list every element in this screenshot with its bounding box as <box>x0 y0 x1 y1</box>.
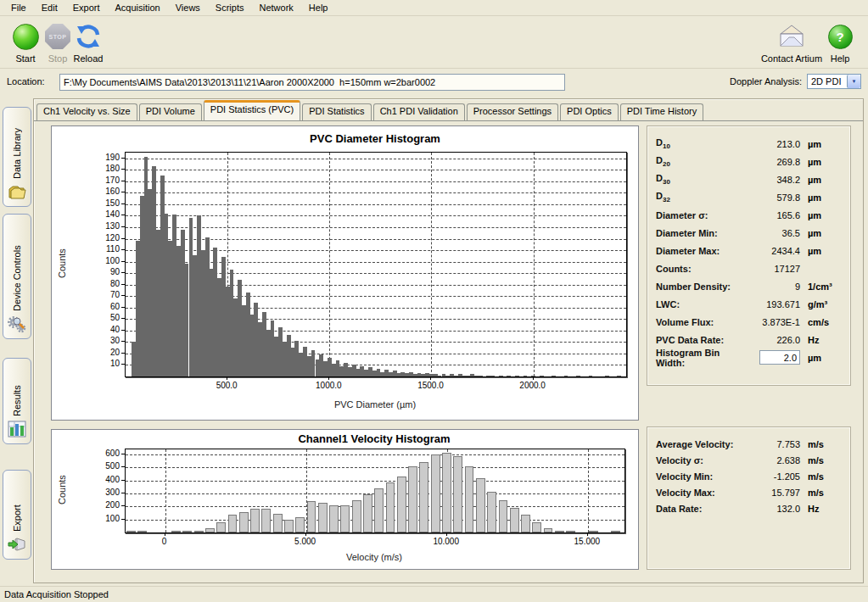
axis-tick-label: 140 <box>105 209 120 219</box>
gridline <box>329 153 330 376</box>
tab-ch1-velocity-vs-size[interactable]: Ch1 Velocity vs. Size <box>36 103 137 120</box>
histogram-bar <box>544 528 553 532</box>
menu-item-scripts[interactable]: Scripts <box>208 0 252 16</box>
tick-mark <box>121 272 125 273</box>
doppler-analysis-combo[interactable]: 2D PDI ▼ <box>807 74 861 89</box>
histogram-bar <box>510 508 519 532</box>
help-button[interactable]: ? Help <box>821 22 859 64</box>
chevron-down-icon[interactable]: ▼ <box>847 75 860 88</box>
tick-mark <box>587 533 588 536</box>
tick-mark <box>165 533 165 536</box>
histogram-bin-width-input[interactable] <box>759 350 800 365</box>
stat-value-data-rate: 132.0 <box>744 504 800 514</box>
histogram-bar <box>540 376 544 376</box>
histogram-bar <box>295 517 305 532</box>
location-input[interactable] <box>59 74 565 91</box>
tab-ch1-pdi-validation[interactable]: Ch1 PDI Validation <box>373 103 465 120</box>
contact-artium-button[interactable]: Contact Artium <box>753 22 831 64</box>
diameter-stat-row-lwc: LWC:193.671g/m³ <box>656 295 843 313</box>
tab-pdi-statistics-pvc[interactable]: PDI Statistics (PVC) <box>204 100 300 120</box>
stat-label-d32: D32 <box>656 191 744 203</box>
histogram-bar <box>419 462 428 532</box>
menu-item-file[interactable]: File <box>3 0 34 16</box>
menu-item-acquisition[interactable]: Acquisition <box>108 0 168 16</box>
menu-item-export[interactable]: Export <box>65 0 108 16</box>
stat-label-average-velocity: Average Velocity: <box>656 439 744 449</box>
stat-unit-d10: µm <box>800 139 843 149</box>
menu-item-help[interactable]: Help <box>301 0 336 16</box>
reload-button[interactable]: Reload <box>66 22 110 64</box>
toolbar: Start STOP Stop Reload <box>0 17 868 69</box>
histogram-bar <box>515 376 519 376</box>
stat-value-histogram-bin-width <box>744 350 800 365</box>
histogram-bar <box>318 503 328 532</box>
diameter-stats-panel: D10213.0µmD20269.8µmD30348.2µmD32579.8µm… <box>647 125 851 386</box>
tick-mark <box>121 480 125 481</box>
sidebar-item-data-library[interactable]: Data Library <box>3 107 31 207</box>
tab-strip: Ch1 Velocity vs. SizePDI VolumePDI Stati… <box>34 100 863 121</box>
axis-tick-label: 60 <box>110 302 120 311</box>
histogram-bar <box>228 515 238 532</box>
axis-tick-label: 10 <box>110 359 120 368</box>
stat-unit-data-rate: Hz <box>800 504 843 514</box>
histogram-bar <box>465 466 474 532</box>
stat-value-lwc: 193.671 <box>744 299 800 309</box>
histogram-bar <box>352 500 361 532</box>
sidebar-item-export[interactable]: Export <box>3 470 31 560</box>
axis-tick-label: 190 <box>105 153 120 162</box>
velocity-y-axis: 100200300400500600 <box>86 449 125 532</box>
tab-processor-settings[interactable]: Processor Settings <box>467 103 558 120</box>
stat-label-velocity-max: Velocity Max: <box>656 488 744 498</box>
stat-label-data-rate: Data Rate: <box>656 504 744 514</box>
histogram-bar <box>521 515 530 532</box>
diameter-stat-row-diameter-min: Diameter Min:36.5µm <box>656 224 843 242</box>
sidebar-item-label: Export <box>12 476 22 532</box>
menu-item-network[interactable]: Network <box>251 0 300 16</box>
gridline <box>126 481 624 482</box>
tab-pdi-time-history[interactable]: PDI Time History <box>620 103 704 120</box>
histogram-bar <box>307 501 316 532</box>
histogram-bar <box>126 531 136 532</box>
histogram-bar <box>374 488 384 532</box>
axis-tick-label: 600 <box>105 449 120 458</box>
tick-mark <box>121 169 125 170</box>
stat-label-diameter-max: Diameter Max: <box>656 246 744 256</box>
axis-tick-label: 50 <box>110 313 120 322</box>
menu-item-views[interactable]: Views <box>168 0 208 16</box>
gridline <box>126 159 626 159</box>
stat-value-average-velocity: 7.753 <box>744 439 800 449</box>
sidebar-item-results[interactable]: Results <box>3 358 31 444</box>
histogram-bar <box>487 492 496 532</box>
stat-unit-diameter-min: µm <box>800 228 843 238</box>
help-icon: ? <box>828 25 853 49</box>
axis-tick-label: 30 <box>110 336 120 345</box>
tick-mark <box>121 192 125 192</box>
tick-mark <box>121 295 125 296</box>
sidebar-item-label: Data Library <box>12 113 22 179</box>
tab-pdi-volume[interactable]: PDI Volume <box>139 103 202 120</box>
stat-value-diameter-sigma: 165.6 <box>744 210 800 220</box>
histogram-bar <box>566 531 575 532</box>
tab-pdi-optics[interactable]: PDI Optics <box>560 103 619 120</box>
stat-unit-diameter-max: µm <box>800 246 843 256</box>
status-bar: Data Acquisition Stopped <box>0 586 868 602</box>
gridline <box>534 153 535 376</box>
stat-unit-histogram-bin-width: µm <box>800 353 843 363</box>
histogram-bar <box>397 477 406 532</box>
sidebar-item-device-controls[interactable]: Device Controls <box>3 214 31 339</box>
stat-label-number-density: Number Density: <box>656 281 744 292</box>
diameter-stat-row-d10: D10213.0µm <box>656 135 843 153</box>
location-label: Location: <box>7 76 45 86</box>
export-arrow-icon <box>7 535 27 555</box>
tick-mark <box>121 364 125 365</box>
tab-pdi-statistics[interactable]: PDI Statistics <box>302 103 371 120</box>
stat-unit-d32: µm <box>800 192 843 203</box>
tick-mark <box>121 238 125 239</box>
axis-tick-label: 1000.0 <box>316 381 342 390</box>
stat-value-counts: 17127 <box>744 264 800 274</box>
tick-mark <box>121 158 125 159</box>
axis-tick-label: 110 <box>106 244 120 254</box>
axis-tick-label: 90 <box>110 267 120 276</box>
pvc-chart-title: PVC Diameter Histogram <box>125 132 625 145</box>
menu-item-edit[interactable]: Edit <box>34 0 65 16</box>
